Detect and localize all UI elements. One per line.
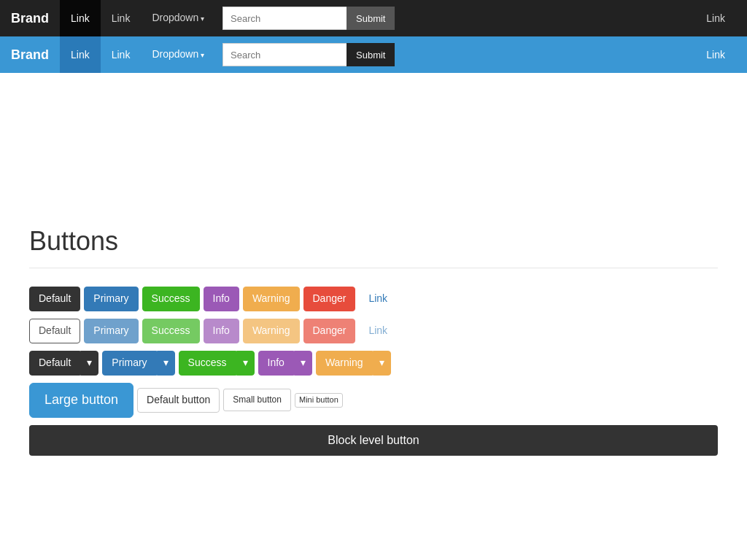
button-row-2: Default Primary Success Info Warning Dan… [29,319,718,343]
btn-link-muted[interactable]: Link [359,319,397,343]
navbar-blue-dropdown[interactable]: Dropdown [141,36,215,74]
navbar-dark-link2[interactable]: Link [101,0,142,36]
split-info: Info ▾ [258,351,312,376]
btn-warning-muted[interactable]: Warning [243,319,300,343]
split-primary-btn[interactable]: Primary [102,351,156,376]
navbar-dark-search-input[interactable] [222,7,347,30]
navbar-blue-link2[interactable]: Link [101,36,142,73]
navbar-blue-submit[interactable]: Submit [347,43,395,66]
button-row-1: Default Primary Success Info Warning Dan… [29,287,718,311]
navbar-dark-right-nav: Link [695,0,736,36]
btn-small[interactable]: Small button [223,389,291,411]
btn-default-med[interactable]: Default button [137,388,220,413]
btn-default-outline[interactable]: Default [29,319,80,343]
navbar-dark-submit[interactable]: Submit [347,7,395,30]
navbar-blue-right-nav: Link [695,36,736,73]
buttons-title: Buttons [29,226,718,257]
btn-success-muted[interactable]: Success [142,319,200,343]
split-primary-caret[interactable]: ▾ [157,351,175,376]
navbar-blue: Brand Link Link Dropdown Submit Link [0,36,747,73]
block-button-container: Block level button [29,425,718,456]
navbar-blue-search: Submit [222,43,395,66]
btn-block[interactable]: Block level button [29,425,718,456]
navbar-dark-nav: Link Link Dropdown [60,0,215,36]
navbar-blue-brand[interactable]: Brand [11,36,60,73]
split-warning-btn[interactable]: Warning [316,351,373,376]
split-success: Success ▾ [179,351,255,376]
navbar-blue-search-input[interactable] [222,43,347,66]
btn-info-muted[interactable]: Info [204,319,239,343]
split-info-caret[interactable]: ▾ [294,351,312,376]
split-default-btn[interactable]: Default [29,351,80,376]
split-primary: Primary ▾ [102,351,174,376]
split-success-caret[interactable]: ▾ [236,351,255,376]
btn-primary-solid[interactable]: Primary [84,287,138,311]
split-default-caret[interactable]: ▾ [80,351,98,376]
button-row-3: Default ▾ Primary ▾ Success ▾ Info ▾ War… [29,351,718,376]
navbar-dark-dropdown[interactable]: Dropdown [141,0,215,37]
navbar-blue-nav: Link Link Dropdown [60,36,215,73]
navbar-dark-right-link[interactable]: Link [695,0,736,36]
btn-warning-solid[interactable]: Warning [243,287,300,311]
btn-link-solid[interactable]: Link [359,287,397,311]
split-info-btn[interactable]: Info [258,351,294,376]
btn-info-solid[interactable]: Info [204,287,239,311]
navbar-dark-brand[interactable]: Brand [11,0,60,36]
btn-danger-solid[interactable]: Danger [303,287,356,311]
split-warning-caret[interactable]: ▾ [373,351,391,376]
button-row-4: Large button Default button Small button… [29,383,718,418]
btn-danger-muted[interactable]: Danger [303,319,356,343]
split-success-btn[interactable]: Success [179,351,236,376]
btn-success-solid[interactable]: Success [142,287,200,311]
navbar-blue-link1[interactable]: Link [60,36,101,73]
navbar-dark-link1[interactable]: Link [60,0,101,36]
buttons-section: Buttons Default Primary Success Info War… [0,204,747,478]
navbar-blue-right-link[interactable]: Link [695,36,736,73]
btn-default-solid[interactable]: Default [29,287,80,311]
btn-large[interactable]: Large button [29,383,133,418]
navbar-dark-search: Submit [222,7,395,30]
split-warning: Warning ▾ [316,351,391,376]
navbar-dark: Brand Link Link Dropdown Submit Link [0,0,747,36]
split-default: Default ▾ [29,351,98,376]
spacer [0,73,747,204]
btn-mini[interactable]: Mini button [295,393,343,408]
section-divider [29,268,718,268]
btn-primary-muted[interactable]: Primary [84,319,138,343]
